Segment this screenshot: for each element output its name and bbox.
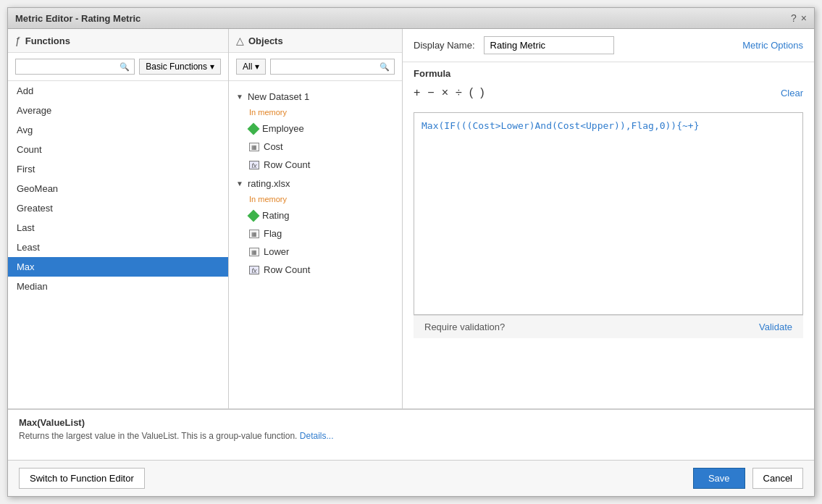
func-item-avg[interactable]: Avg <box>8 120 228 140</box>
op-multiply[interactable]: × <box>442 86 448 99</box>
objects-search-icon: 🔍 <box>379 62 390 72</box>
all-dropdown-arrow-icon: ▾ <box>255 62 259 72</box>
functions-search-input[interactable] <box>20 62 117 72</box>
search-icon: 🔍 <box>119 62 130 72</box>
dataset-2-name: rating.xlsx <box>248 178 290 189</box>
op-close-paren[interactable]: ) <box>480 86 484 99</box>
object-rowcount-2-label: Row Count <box>264 264 310 275</box>
object-rating[interactable]: Rating <box>229 206 402 224</box>
func-description: Returns the largest value in the ValueLi… <box>19 431 803 441</box>
functions-search-box[interactable]: 🔍 <box>15 59 135 75</box>
table-icon-3: ▦ <box>249 248 259 256</box>
formula-label: Formula <box>414 68 803 79</box>
formula-text: Max(IF(((Cost>Lower)And(Cost<Upper)),Fla… <box>422 120 700 131</box>
details-link[interactable]: Details... <box>300 431 334 441</box>
objects-list: ▼ New Dataset 1 In memory Employee ▦ Cos… <box>229 81 402 408</box>
object-rowcount-1[interactable]: fx Row Count <box>229 156 402 174</box>
object-rowcount-1-label: Row Count <box>264 159 310 170</box>
cancel-button[interactable]: Cancel <box>752 468 803 489</box>
objects-panel-header: △ Objects <box>229 29 402 53</box>
op-open-paren[interactable]: ( <box>469 86 473 99</box>
dataset-1-sub: In memory <box>229 106 402 119</box>
dataset-2-header[interactable]: ▼ rating.xlsx <box>229 174 402 193</box>
operators-row: + − × ÷ ( ) Clear <box>414 83 803 102</box>
object-cost[interactable]: ▦ Cost <box>229 138 402 156</box>
objects-panel: △ Objects All ▾ 🔍 ▼ New Dataset 1 <box>229 29 403 408</box>
metric-options-link[interactable]: Metric Options <box>742 40 803 51</box>
close-icon[interactable]: × <box>801 12 807 24</box>
func-item-average[interactable]: Average <box>8 101 228 120</box>
func-item-max[interactable]: Max <box>8 257 228 277</box>
func-item-greatest[interactable]: Greatest <box>8 198 228 218</box>
object-flag[interactable]: ▦ Flag <box>229 224 402 243</box>
basic-functions-dropdown[interactable]: Basic Functions ▾ <box>139 59 221 75</box>
diamond-icon <box>248 122 260 135</box>
validation-bar: Require validation? Validate <box>414 315 803 338</box>
fx-icon: ƒ <box>15 35 21 46</box>
func-description-text: Returns the largest value in the ValueLi… <box>19 431 297 441</box>
object-rowcount-2[interactable]: fx Row Count <box>229 261 402 279</box>
footer-right: Save Cancel <box>693 468 803 489</box>
footer: Switch to Function Editor Save Cancel <box>8 460 814 496</box>
object-cost-label: Cost <box>264 141 283 152</box>
op-minus[interactable]: − <box>427 86 434 99</box>
func-item-count[interactable]: Count <box>8 140 228 159</box>
func-item-median[interactable]: Median <box>8 277 228 296</box>
save-button[interactable]: Save <box>693 468 745 489</box>
objects-icon: △ <box>236 35 244 46</box>
object-lower-label: Lower <box>264 246 289 257</box>
help-icon[interactable]: ? <box>791 12 797 24</box>
op-divide[interactable]: ÷ <box>456 86 462 99</box>
object-employee[interactable]: Employee <box>229 119 402 138</box>
object-rating-label: Rating <box>262 210 290 221</box>
functions-list: Add Average Avg Count First GeoMean Grea… <box>8 81 228 408</box>
objects-search-input[interactable] <box>275 62 377 72</box>
dataset-1-name: New Dataset 1 <box>248 91 309 102</box>
display-name-input[interactable] <box>484 36 614 54</box>
object-employee-label: Employee <box>262 123 304 134</box>
objects-search-box[interactable]: 🔍 <box>270 59 395 75</box>
dataset-2-sub: In memory <box>229 193 402 206</box>
fx-icon-2: fx <box>249 266 259 274</box>
op-plus[interactable]: + <box>414 86 420 99</box>
object-flag-label: Flag <box>264 228 282 239</box>
table-icon-2: ▦ <box>249 230 259 238</box>
diamond-icon-2 <box>248 209 260 222</box>
formula-top: Display Name: Metric Options <box>403 29 814 62</box>
functions-panel: ƒ Functions 🔍 Basic Functions ▾ Add Aver… <box>8 29 229 408</box>
dropdown-arrow-icon: ▾ <box>210 62 214 72</box>
formula-editor[interactable]: Max(IF(((Cost>Lower)And(Cost<Upper)),Fla… <box>414 112 803 315</box>
functions-panel-header: ƒ Functions <box>8 29 228 53</box>
objects-panel-title: Objects <box>248 35 283 46</box>
info-area: Max(ValueList) Returns the largest value… <box>8 409 814 460</box>
title-bar: Metric Editor - Rating Metric ? × <box>8 8 814 29</box>
title-bar-icons: ? × <box>791 12 807 24</box>
display-name-label: Display Name: <box>414 40 475 51</box>
require-validation-label: Require validation? <box>424 322 505 332</box>
formula-section: Formula + − × ÷ ( ) Clear <box>403 62 814 112</box>
table-icon: ▦ <box>249 143 259 151</box>
dialog-title: Metric Editor - Rating Metric <box>15 13 141 24</box>
dataset-1-header[interactable]: ▼ New Dataset 1 <box>229 87 402 106</box>
object-lower[interactable]: ▦ Lower <box>229 243 402 261</box>
validate-link[interactable]: Validate <box>759 322 792 332</box>
func-item-add[interactable]: Add <box>8 81 228 101</box>
all-dropdown-label: All <box>243 62 252 72</box>
functions-search-row: 🔍 Basic Functions ▾ <box>8 53 228 81</box>
dataset-1-toggle-icon: ▼ <box>236 93 243 101</box>
dataset-2-toggle-icon: ▼ <box>236 180 243 188</box>
fx-icon-1: fx <box>249 161 259 169</box>
clear-button[interactable]: Clear <box>781 88 803 98</box>
functions-panel-title: Functions <box>25 35 70 46</box>
func-item-last[interactable]: Last <box>8 218 228 238</box>
switch-to-function-editor-button[interactable]: Switch to Function Editor <box>19 468 145 489</box>
title-bar-left: Metric Editor - Rating Metric <box>15 13 141 24</box>
objects-search-row: All ▾ 🔍 <box>229 53 402 81</box>
func-signature: Max(ValueList) <box>19 417 803 428</box>
func-item-geomean[interactable]: GeoMean <box>8 179 228 198</box>
func-item-first[interactable]: First <box>8 159 228 179</box>
objects-all-dropdown[interactable]: All ▾ <box>236 59 266 75</box>
formula-panel: Display Name: Metric Options Formula + −… <box>403 29 814 408</box>
main-area: ƒ Functions 🔍 Basic Functions ▾ Add Aver… <box>8 29 814 409</box>
func-item-least[interactable]: Least <box>8 238 228 257</box>
